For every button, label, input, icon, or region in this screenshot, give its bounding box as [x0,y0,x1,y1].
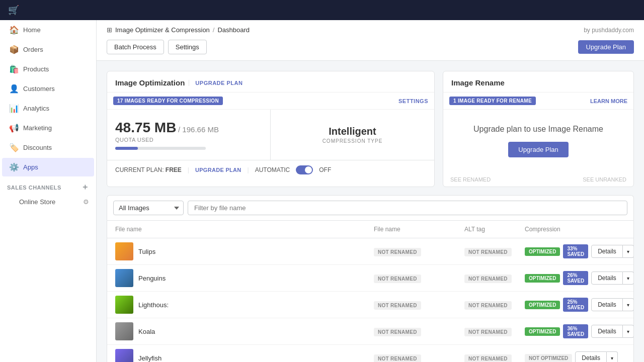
details-button-lighthouse[interactable]: Details [591,298,623,311]
details-button-jellyfish[interactable]: Details [575,351,607,362]
main-content: Image Optimization UPGRADE PLAN 17 IMAGE… [97,61,644,362]
top-bar: 🛒 [0,0,644,20]
compression-type-section: Intelligent COMPRESSION TYPE [271,110,434,160]
compression-type-label: Intelligent [329,126,376,137]
customers-icon: 👤 [9,84,18,94]
filename-tulips: Tulips [138,248,155,255]
sidebar-label-discounts: Discounts [23,144,52,151]
renamed-koala: NOT RENAMED [374,328,464,335]
details-btn-group: Details ▾ [591,298,634,311]
optimization-settings-link[interactable]: SETTINGS [398,98,428,104]
table-row: Jellyfish NOT RENAMED NOT RENAMED NOT OP… [107,345,633,362]
compression-ready-badge: 17 IMAGES READY FOR COMPRESSION [113,97,223,105]
toggle-knob [305,166,312,173]
alt-penguins: NOT RENAMED [464,275,525,282]
sidebar-item-discounts[interactable]: 🏷️ Discounts [2,138,94,157]
sidebar-label-products: Products [23,65,49,73]
breadcrumb-current: Dashboard [217,26,250,34]
add-sales-channel-icon[interactable]: ＋ [81,182,90,193]
details-button-penguins[interactable]: Details [591,272,623,285]
optimization-panel-title: Image Optimization [115,78,185,87]
saved-tag: 26% SAVED [563,271,588,285]
footer-upgrade-link[interactable]: UPGRADE PLAN [195,167,242,173]
saved-tag: 33% SAVED [563,244,588,258]
sidebar-label-home: Home [23,26,41,34]
batch-process-button[interactable]: Batch Process [107,40,164,54]
sidebar-item-products[interactable]: 🛍️ Products [2,60,94,78]
see-renamed-link[interactable]: SEE RENAMED [450,176,491,183]
current-plan-label: CURRENT PLAN: FREE [115,166,182,173]
alt-lighthouse: NOT RENAMED [464,301,525,309]
rename-upgrade-button[interactable]: Upgrade Plan [508,142,569,157]
thumb-jellyfish [115,349,133,362]
optimized-tag: OPTIMIZED [525,247,560,256]
filename-lighthouse: Lighthous: [138,301,169,309]
filter-row: All Images Optimized Not Optimized [107,195,634,220]
filter-input[interactable] [188,201,627,215]
compression-penguins: OPTIMIZED 26% SAVED Details ▾ [525,271,625,285]
breadcrumb: ⊞ Image Optimizer & Compression / Dashbo… [107,26,634,34]
rename-ready-badge: 1 IMAGE READY FOR RENAME [449,97,536,105]
not-renamed-tag: NOT RENAMED [374,328,421,336]
rename-footer: SEE RENAMED SEE UNRANKED [443,172,633,187]
sidebar-label-marketing: Marketing [23,124,52,132]
app-logo: 🛒 [8,5,19,16]
orders-icon: 📦 [9,45,18,54]
saved-tag: 36% SAVED [563,324,588,338]
file-name-cell-lighthouse: Lighthous: [115,296,374,314]
alt-koala: NOT RENAMED [464,328,525,335]
optimization-footer: CURRENT PLAN: FREE | UPGRADE PLAN | AUTO… [107,160,434,179]
details-button-koala[interactable]: Details [591,325,623,338]
optimization-upgrade-link[interactable]: UPGRADE PLAN [189,80,243,86]
details-button-tulips[interactable]: Details [591,245,623,258]
sidebar-item-apps[interactable]: ⚙️ Apps [2,158,94,176]
marketing-icon: 📢 [9,123,18,133]
automatic-label: AUTOMATIC [255,166,290,173]
optimization-body: 48.75 MB / 196.66 MB QUOTA USED Intellig… [107,110,434,160]
image-filter-select[interactable]: All Images Optimized Not Optimized [113,201,184,215]
not-renamed-tag: NOT RENAMED [374,275,421,283]
filename-penguins: Penguins [138,275,166,282]
details-dropdown-penguins[interactable]: ▾ [623,272,634,285]
table-row: Lighthous: NOT RENAMED NOT RENAMED OPTIM… [107,292,633,318]
sidebar-item-orders[interactable]: 📦 Orders [2,40,94,59]
saved-tag: 25% SAVED [563,298,588,312]
details-dropdown-jellyfish[interactable]: ▾ [607,351,618,362]
panel-title-row: Image Optimization UPGRADE PLAN [115,78,243,87]
automatic-toggle[interactable] [296,165,313,174]
sidebar-item-home[interactable]: 🏠 Home [2,21,94,39]
sidebar-item-online-store[interactable]: Online Store ⚙ [0,195,96,209]
details-dropdown-lighthouse[interactable]: ▾ [623,298,634,311]
sidebar-item-analytics[interactable]: 📊 Analytics [2,99,94,118]
app-header: ⊞ Image Optimizer & Compression / Dashbo… [97,20,644,61]
upgrade-plan-button[interactable]: Upgrade Plan [578,40,634,54]
rename-message: Upgrade plan to use Image Rename [473,125,603,134]
sidebar-item-customers[interactable]: 👤 Customers [2,79,94,98]
optimization-panel-header: Image Optimization UPGRADE PLAN [107,71,434,93]
optimization-badge-row: 17 IMAGES READY FOR COMPRESSION SETTINGS [107,93,434,110]
renamed-tulips: NOT RENAMED [374,248,464,255]
breadcrumb-separator: / [213,26,215,34]
file-name-cell-tulips: Tulips [115,242,374,260]
not-renamed-alt-tag: NOT RENAMED [464,354,512,363]
not-renamed-alt-tag: NOT RENAMED [464,328,512,336]
see-unranked-link[interactable]: SEE UNRANKED [583,176,626,183]
sidebar-item-marketing[interactable]: 📢 Marketing [2,119,94,137]
not-renamed-tag: NOT RENAMED [374,301,421,310]
sidebar-label-orders: Orders [23,46,43,53]
optimized-tag: OPTIMIZED [525,301,560,309]
quota-section: 48.75 MB / 196.66 MB QUOTA USED [107,110,271,160]
details-dropdown-koala[interactable]: ▾ [623,325,634,338]
image-rename-panel: Image Rename 1 IMAGE READY FOR RENAME LE… [443,71,634,187]
settings-button[interactable]: Settings [168,40,207,54]
online-store-settings-icon[interactable]: ⚙ [83,198,89,206]
details-dropdown-tulips[interactable]: ▾ [623,245,634,258]
alt-jellyfish: NOT RENAMED [464,354,525,362]
online-store-label: Online Store [19,198,55,206]
not-renamed-alt-tag: NOT RENAMED [464,275,512,283]
learn-more-link[interactable]: LEARN MORE [590,98,627,104]
details-btn-group: Details ▾ [591,245,634,258]
not-renamed-alt-tag: NOT RENAMED [464,248,512,256]
sidebar: 🏠 Home 📦 Orders 🛍️ Products 👤 Customers … [0,20,97,362]
rename-badge-row: 1 IMAGE READY FOR RENAME LEARN MORE [443,93,633,110]
